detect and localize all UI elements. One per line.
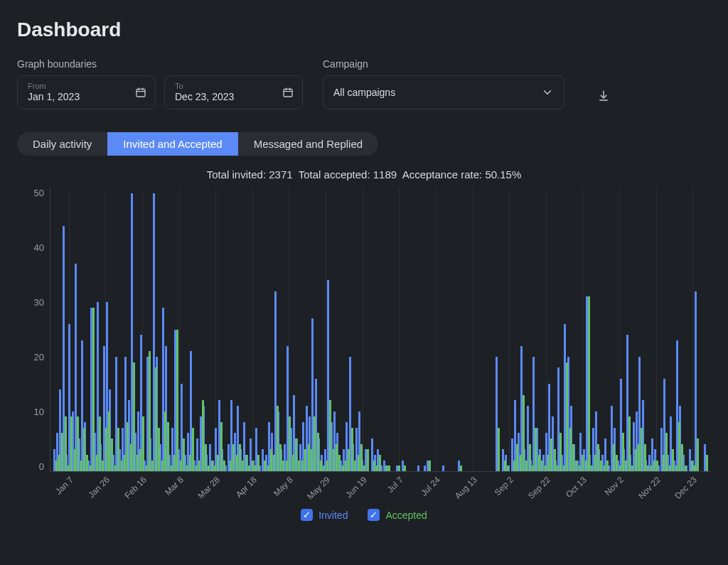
bar-accepted bbox=[217, 455, 219, 471]
bar-accepted bbox=[516, 444, 518, 471]
bar-accepted bbox=[311, 449, 313, 471]
bar-accepted bbox=[220, 422, 223, 471]
bar-accepted bbox=[685, 466, 687, 471]
bar-accepted bbox=[525, 461, 528, 471]
bar-accepted bbox=[498, 428, 500, 471]
bar-accepted bbox=[314, 416, 316, 471]
bar-accepted bbox=[92, 308, 95, 471]
bar-accepted bbox=[628, 416, 631, 471]
y-tick: 50 bbox=[34, 188, 44, 198]
bar-accepted bbox=[591, 466, 593, 471]
bar-accepted bbox=[111, 438, 113, 471]
tab-messaged-and-replied[interactable]: Messaged and Replied bbox=[238, 132, 378, 156]
calendar-icon bbox=[282, 87, 294, 98]
chart-summary: Total invited: 2371 Total accepted: 1189… bbox=[17, 168, 711, 181]
download-button[interactable] bbox=[597, 90, 610, 102]
x-tick: Apr 18 bbox=[234, 475, 259, 500]
campaign-select[interactable]: All campaigns bbox=[323, 75, 564, 109]
legend-toggle-invited[interactable]: ✓ Invited bbox=[301, 509, 348, 521]
bar-accepted bbox=[694, 466, 696, 471]
tab-daily-activity[interactable]: Daily activity bbox=[17, 132, 107, 156]
bar-accepted bbox=[211, 461, 213, 471]
bar-accepted bbox=[183, 438, 185, 471]
bar-accepted bbox=[697, 438, 699, 471]
bar-accepted bbox=[239, 444, 241, 471]
bar-accepted bbox=[232, 444, 235, 471]
bar-accepted bbox=[367, 449, 369, 471]
bar-accepted bbox=[635, 449, 637, 471]
bar-accepted bbox=[65, 416, 67, 471]
bar-accepted bbox=[675, 466, 678, 471]
bar-accepted bbox=[541, 461, 543, 471]
bar-accepted bbox=[625, 461, 627, 471]
bar-accepted bbox=[398, 466, 400, 471]
bar-accepted bbox=[317, 433, 319, 471]
bar-accepted bbox=[554, 449, 556, 471]
bar-accepted bbox=[136, 455, 139, 471]
y-tick: 30 bbox=[34, 297, 44, 308]
bar-accepted bbox=[669, 466, 671, 471]
bar-accepted bbox=[373, 461, 375, 471]
legend-toggle-accepted[interactable]: ✓ Accepted bbox=[368, 509, 427, 521]
bar-accepted bbox=[644, 444, 646, 471]
bar-accepted bbox=[572, 444, 574, 471]
bar-accepted bbox=[155, 367, 157, 471]
bar-accepted bbox=[582, 455, 584, 471]
checkbox-icon: ✓ bbox=[368, 509, 380, 521]
bar-accepted bbox=[594, 455, 596, 471]
bar-accepted bbox=[681, 444, 683, 471]
chart: 50403020100 bbox=[17, 188, 711, 472]
date-from-input[interactable]: From Jan 1, 2023 bbox=[17, 75, 156, 109]
bar-accepted bbox=[117, 428, 119, 471]
bar-accepted bbox=[86, 455, 88, 471]
bar-accepted bbox=[529, 444, 531, 471]
bar-accepted bbox=[523, 395, 525, 471]
bar-accepted bbox=[691, 461, 693, 471]
bar-accepted bbox=[385, 466, 387, 471]
bar-accepted bbox=[665, 433, 668, 471]
x-tick: Dec 23 bbox=[673, 475, 699, 501]
bar-accepted bbox=[105, 428, 107, 471]
bar-invited bbox=[442, 466, 444, 471]
bar-accepted bbox=[678, 422, 680, 471]
bar-accepted bbox=[267, 466, 269, 471]
bar-accepted bbox=[68, 466, 70, 471]
bar-accepted bbox=[214, 466, 216, 471]
x-tick: Nov 22 bbox=[636, 475, 663, 501]
bar-accepted bbox=[520, 455, 522, 471]
legend-label-invited: Invited bbox=[318, 510, 348, 521]
bar-accepted bbox=[532, 466, 534, 471]
bar-accepted bbox=[252, 461, 254, 471]
bar-accepted bbox=[672, 449, 674, 471]
bar-accepted bbox=[320, 461, 322, 471]
bar-accepted bbox=[641, 428, 643, 471]
y-tick: 0 bbox=[39, 461, 44, 472]
bar-accepted bbox=[507, 466, 509, 471]
chart-plot-area bbox=[50, 188, 711, 472]
bar-invited bbox=[417, 466, 419, 471]
tab-invited-and-accepted[interactable]: Invited and Accepted bbox=[107, 132, 237, 156]
bar-accepted bbox=[236, 455, 238, 471]
bar-accepted bbox=[171, 466, 173, 471]
legend-label-accepted: Accepted bbox=[385, 510, 427, 521]
date-to-mini-label: To bbox=[175, 82, 292, 90]
bar-accepted bbox=[270, 449, 272, 471]
bar-accepted bbox=[376, 466, 378, 471]
bar-accepted bbox=[230, 461, 232, 471]
date-to-input[interactable]: To Dec 23, 2023 bbox=[164, 75, 303, 109]
bar-accepted bbox=[96, 455, 98, 471]
bar-accepted bbox=[569, 428, 572, 471]
bar-accepted bbox=[333, 449, 335, 471]
bar-accepted bbox=[192, 428, 194, 471]
x-tick: Oct 13 bbox=[564, 475, 589, 500]
bar-accepted bbox=[354, 461, 356, 471]
bar-accepted bbox=[560, 433, 562, 471]
bar-accepted bbox=[61, 433, 63, 471]
bar-accepted bbox=[198, 461, 200, 471]
bar-accepted bbox=[108, 411, 110, 471]
bar-accepted bbox=[545, 466, 547, 471]
bar-accepted bbox=[74, 449, 76, 471]
bar-accepted bbox=[308, 444, 310, 471]
bar-accepted bbox=[329, 400, 331, 471]
chart-x-axis: Jan 7Jan 26Feb 16Mar 8Mar 28Apr 18May 8M… bbox=[50, 472, 711, 505]
